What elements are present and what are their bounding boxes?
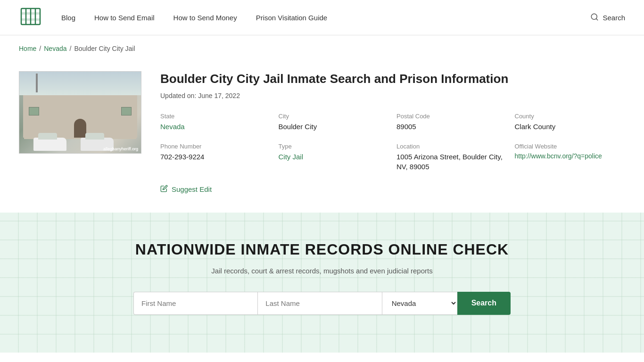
breadcrumb-current: Boulder City City Jail: [74, 45, 135, 52]
info-county: County Clark County: [515, 113, 626, 132]
breadcrumb: Home / Nevada / Boulder City City Jail: [0, 35, 644, 62]
state-select[interactable]: AlabamaAlaskaArizonaArkansasCaliforniaCo…: [382, 292, 457, 315]
breadcrumb-home[interactable]: Home: [19, 45, 36, 52]
info-grid: State Nevada City Boulder City Postal Co…: [160, 113, 625, 172]
location-value: 1005 Arizona Street, Boulder City, NV, 8…: [396, 152, 507, 172]
nav-prison-guide[interactable]: Prison Visitation Guide: [256, 14, 327, 22]
suggest-edit-label: Suggest Edit: [172, 185, 212, 193]
state-value[interactable]: Nevada: [160, 123, 185, 131]
nav-blog[interactable]: Blog: [61, 14, 75, 22]
header-search[interactable]: Search: [590, 13, 625, 23]
svg-rect-5: [21, 18, 40, 21]
breadcrumb-nevada[interactable]: Nevada: [44, 45, 66, 52]
main-content: alleghanyheriff.org Boulder City City Ja…: [0, 62, 644, 213]
svg-line-7: [596, 18, 598, 20]
city-label: City: [279, 113, 389, 120]
county-value: Clark County: [515, 122, 626, 132]
inmate-search-form: AlabamaAlaskaArizonaArkansasCaliforniaCo…: [133, 292, 511, 315]
facility-info: Boulder City City Jail Inmate Search and…: [160, 71, 625, 194]
search-icon: [590, 13, 599, 23]
website-label: Official Website: [515, 143, 626, 150]
suggest-edit-link[interactable]: Suggest Edit: [160, 185, 625, 194]
phone-label: Phone Number: [160, 143, 271, 150]
nav-send-email[interactable]: How to Send Email: [94, 14, 155, 22]
header-search-label: Search: [603, 14, 625, 22]
state-label: State: [160, 113, 271, 120]
county-label: County: [515, 113, 626, 120]
info-postal: Postal Code 89005: [396, 113, 507, 132]
svg-rect-4: [21, 12, 40, 15]
facility-title: Boulder City City Jail Inmate Search and…: [160, 71, 625, 87]
pencil-icon: [160, 185, 168, 194]
image-credit: alleghanyheriff.org: [103, 147, 138, 151]
postal-value: 89005: [396, 122, 507, 132]
info-city: City Boulder City: [279, 113, 389, 132]
facility-image-container: alleghanyheriff.org: [19, 71, 141, 194]
info-state: State Nevada: [160, 113, 271, 132]
updated-date: Updated on: June 17, 2022: [160, 92, 625, 99]
car2: [81, 138, 114, 151]
last-name-input[interactable]: [257, 292, 381, 315]
info-type: Type City Jail: [279, 143, 389, 172]
nationwide-subtitle: Jail records, court & arrest records, mu…: [19, 267, 625, 275]
type-value[interactable]: City Jail: [279, 153, 304, 161]
breadcrumb-sep2: /: [70, 45, 72, 52]
nationwide-title: NATIONWIDE INMATE RECORDS ONLINE CHECK: [19, 241, 625, 258]
postal-label: Postal Code: [396, 113, 507, 120]
website-value[interactable]: http://www.bcnv.org/?q=police: [515, 152, 602, 160]
phone-value: 702-293-9224: [160, 152, 271, 162]
first-name-input[interactable]: [133, 292, 257, 315]
breadcrumb-sep1: /: [39, 45, 41, 52]
nav-send-money[interactable]: How to Send Money: [173, 14, 237, 22]
car1: [33, 138, 66, 151]
type-label: Type: [279, 143, 389, 150]
nationwide-section: NATIONWIDE INMATE RECORDS ONLINE CHECK J…: [0, 213, 644, 353]
info-phone: Phone Number 702-293-9224: [160, 143, 271, 172]
info-location: Location 1005 Arizona Street, Boulder Ci…: [396, 143, 507, 172]
info-website: Official Website http://www.bcnv.org/?q=…: [515, 143, 626, 172]
site-header: Blog How to Send Email How to Send Money…: [0, 0, 644, 35]
city-value: Boulder City: [279, 122, 389, 132]
search-button[interactable]: Search: [457, 292, 511, 315]
site-logo[interactable]: [19, 5, 42, 30]
main-nav: Blog How to Send Email How to Send Money…: [61, 14, 590, 22]
facility-image: alleghanyheriff.org: [19, 71, 141, 154]
location-label: Location: [396, 143, 507, 150]
